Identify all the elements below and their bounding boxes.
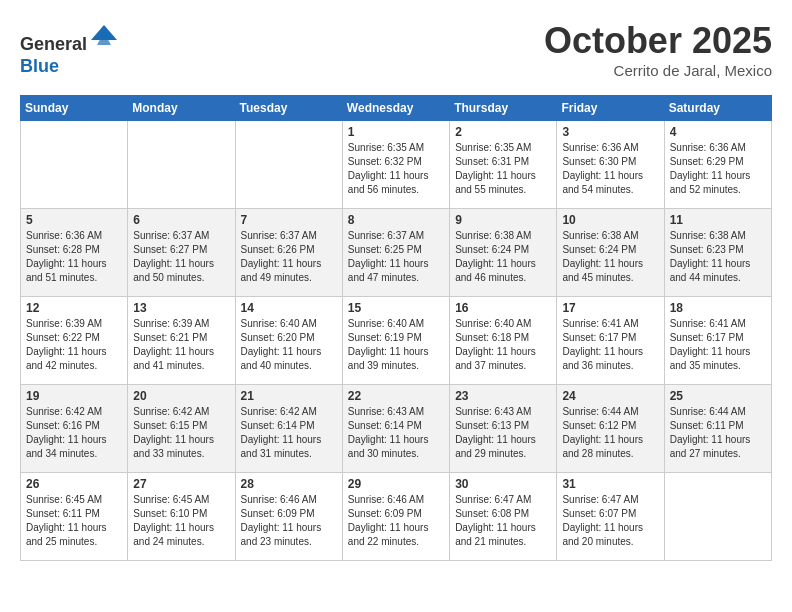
day-info: Sunrise: 6:38 AMSunset: 6:23 PMDaylight:… xyxy=(670,229,766,285)
day-cell: 31Sunrise: 6:47 AMSunset: 6:07 PMDayligh… xyxy=(557,473,664,561)
day-cell: 2Sunrise: 6:35 AMSunset: 6:31 PMDaylight… xyxy=(450,121,557,209)
day-number: 22 xyxy=(348,389,444,403)
day-info: Sunrise: 6:38 AMSunset: 6:24 PMDaylight:… xyxy=(455,229,551,285)
day-number: 28 xyxy=(241,477,337,491)
day-cell: 4Sunrise: 6:36 AMSunset: 6:29 PMDaylight… xyxy=(664,121,771,209)
day-info: Sunrise: 6:46 AMSunset: 6:09 PMDaylight:… xyxy=(241,493,337,549)
day-number: 14 xyxy=(241,301,337,315)
day-number: 8 xyxy=(348,213,444,227)
day-info: Sunrise: 6:40 AMSunset: 6:19 PMDaylight:… xyxy=(348,317,444,373)
day-info: Sunrise: 6:42 AMSunset: 6:15 PMDaylight:… xyxy=(133,405,229,461)
day-info: Sunrise: 6:42 AMSunset: 6:16 PMDaylight:… xyxy=(26,405,122,461)
day-info: Sunrise: 6:45 AMSunset: 6:10 PMDaylight:… xyxy=(133,493,229,549)
day-number: 23 xyxy=(455,389,551,403)
day-cell: 25Sunrise: 6:44 AMSunset: 6:11 PMDayligh… xyxy=(664,385,771,473)
day-number: 4 xyxy=(670,125,766,139)
weekday-sunday: Sunday xyxy=(21,96,128,121)
day-cell: 23Sunrise: 6:43 AMSunset: 6:13 PMDayligh… xyxy=(450,385,557,473)
day-number: 24 xyxy=(562,389,658,403)
week-row-5: 26Sunrise: 6:45 AMSunset: 6:11 PMDayligh… xyxy=(21,473,772,561)
weekday-wednesday: Wednesday xyxy=(342,96,449,121)
day-cell: 3Sunrise: 6:36 AMSunset: 6:30 PMDaylight… xyxy=(557,121,664,209)
day-number: 20 xyxy=(133,389,229,403)
weekday-monday: Monday xyxy=(128,96,235,121)
day-cell: 26Sunrise: 6:45 AMSunset: 6:11 PMDayligh… xyxy=(21,473,128,561)
day-number: 1 xyxy=(348,125,444,139)
day-cell: 11Sunrise: 6:38 AMSunset: 6:23 PMDayligh… xyxy=(664,209,771,297)
day-info: Sunrise: 6:35 AMSunset: 6:31 PMDaylight:… xyxy=(455,141,551,197)
day-info: Sunrise: 6:42 AMSunset: 6:14 PMDaylight:… xyxy=(241,405,337,461)
day-cell: 6Sunrise: 6:37 AMSunset: 6:27 PMDaylight… xyxy=(128,209,235,297)
day-cell: 18Sunrise: 6:41 AMSunset: 6:17 PMDayligh… xyxy=(664,297,771,385)
day-cell: 12Sunrise: 6:39 AMSunset: 6:22 PMDayligh… xyxy=(21,297,128,385)
day-number: 5 xyxy=(26,213,122,227)
month-title: October 2025 xyxy=(544,20,772,62)
day-info: Sunrise: 6:36 AMSunset: 6:28 PMDaylight:… xyxy=(26,229,122,285)
day-cell: 22Sunrise: 6:43 AMSunset: 6:14 PMDayligh… xyxy=(342,385,449,473)
day-info: Sunrise: 6:45 AMSunset: 6:11 PMDaylight:… xyxy=(26,493,122,549)
day-cell xyxy=(235,121,342,209)
week-row-1: 1Sunrise: 6:35 AMSunset: 6:32 PMDaylight… xyxy=(21,121,772,209)
day-number: 9 xyxy=(455,213,551,227)
day-number: 3 xyxy=(562,125,658,139)
day-cell: 28Sunrise: 6:46 AMSunset: 6:09 PMDayligh… xyxy=(235,473,342,561)
day-number: 17 xyxy=(562,301,658,315)
day-info: Sunrise: 6:44 AMSunset: 6:12 PMDaylight:… xyxy=(562,405,658,461)
day-info: Sunrise: 6:43 AMSunset: 6:14 PMDaylight:… xyxy=(348,405,444,461)
day-number: 10 xyxy=(562,213,658,227)
day-number: 27 xyxy=(133,477,229,491)
day-number: 6 xyxy=(133,213,229,227)
day-info: Sunrise: 6:47 AMSunset: 6:08 PMDaylight:… xyxy=(455,493,551,549)
day-number: 18 xyxy=(670,301,766,315)
day-info: Sunrise: 6:38 AMSunset: 6:24 PMDaylight:… xyxy=(562,229,658,285)
day-number: 2 xyxy=(455,125,551,139)
logo-text: General Blue xyxy=(20,20,119,77)
day-info: Sunrise: 6:39 AMSunset: 6:22 PMDaylight:… xyxy=(26,317,122,373)
day-info: Sunrise: 6:35 AMSunset: 6:32 PMDaylight:… xyxy=(348,141,444,197)
day-info: Sunrise: 6:41 AMSunset: 6:17 PMDaylight:… xyxy=(562,317,658,373)
day-cell xyxy=(128,121,235,209)
logo-general: General xyxy=(20,34,87,54)
calendar: SundayMondayTuesdayWednesdayThursdayFrid… xyxy=(20,95,772,561)
day-number: 7 xyxy=(241,213,337,227)
day-number: 31 xyxy=(562,477,658,491)
day-cell: 29Sunrise: 6:46 AMSunset: 6:09 PMDayligh… xyxy=(342,473,449,561)
day-number: 11 xyxy=(670,213,766,227)
week-row-2: 5Sunrise: 6:36 AMSunset: 6:28 PMDaylight… xyxy=(21,209,772,297)
day-cell: 7Sunrise: 6:37 AMSunset: 6:26 PMDaylight… xyxy=(235,209,342,297)
day-number: 19 xyxy=(26,389,122,403)
day-number: 12 xyxy=(26,301,122,315)
day-info: Sunrise: 6:47 AMSunset: 6:07 PMDaylight:… xyxy=(562,493,658,549)
week-row-4: 19Sunrise: 6:42 AMSunset: 6:16 PMDayligh… xyxy=(21,385,772,473)
logo: General Blue xyxy=(20,20,119,77)
day-cell: 30Sunrise: 6:47 AMSunset: 6:08 PMDayligh… xyxy=(450,473,557,561)
day-number: 25 xyxy=(670,389,766,403)
day-cell xyxy=(21,121,128,209)
day-cell: 1Sunrise: 6:35 AMSunset: 6:32 PMDaylight… xyxy=(342,121,449,209)
title-block: October 2025 Cerrito de Jaral, Mexico xyxy=(544,20,772,79)
day-cell: 24Sunrise: 6:44 AMSunset: 6:12 PMDayligh… xyxy=(557,385,664,473)
weekday-tuesday: Tuesday xyxy=(235,96,342,121)
weekday-thursday: Thursday xyxy=(450,96,557,121)
day-info: Sunrise: 6:39 AMSunset: 6:21 PMDaylight:… xyxy=(133,317,229,373)
day-info: Sunrise: 6:36 AMSunset: 6:29 PMDaylight:… xyxy=(670,141,766,197)
day-cell: 17Sunrise: 6:41 AMSunset: 6:17 PMDayligh… xyxy=(557,297,664,385)
day-info: Sunrise: 6:46 AMSunset: 6:09 PMDaylight:… xyxy=(348,493,444,549)
weekday-friday: Friday xyxy=(557,96,664,121)
day-number: 13 xyxy=(133,301,229,315)
weekday-header-row: SundayMondayTuesdayWednesdayThursdayFrid… xyxy=(21,96,772,121)
day-info: Sunrise: 6:41 AMSunset: 6:17 PMDaylight:… xyxy=(670,317,766,373)
day-number: 15 xyxy=(348,301,444,315)
day-info: Sunrise: 6:37 AMSunset: 6:26 PMDaylight:… xyxy=(241,229,337,285)
logo-icon xyxy=(89,20,119,50)
day-cell: 15Sunrise: 6:40 AMSunset: 6:19 PMDayligh… xyxy=(342,297,449,385)
day-number: 21 xyxy=(241,389,337,403)
week-row-3: 12Sunrise: 6:39 AMSunset: 6:22 PMDayligh… xyxy=(21,297,772,385)
weekday-saturday: Saturday xyxy=(664,96,771,121)
day-cell: 21Sunrise: 6:42 AMSunset: 6:14 PMDayligh… xyxy=(235,385,342,473)
day-cell: 19Sunrise: 6:42 AMSunset: 6:16 PMDayligh… xyxy=(21,385,128,473)
day-cell: 20Sunrise: 6:42 AMSunset: 6:15 PMDayligh… xyxy=(128,385,235,473)
page-header: General Blue October 2025 Cerrito de Jar… xyxy=(20,20,772,79)
day-cell xyxy=(664,473,771,561)
day-cell: 5Sunrise: 6:36 AMSunset: 6:28 PMDaylight… xyxy=(21,209,128,297)
